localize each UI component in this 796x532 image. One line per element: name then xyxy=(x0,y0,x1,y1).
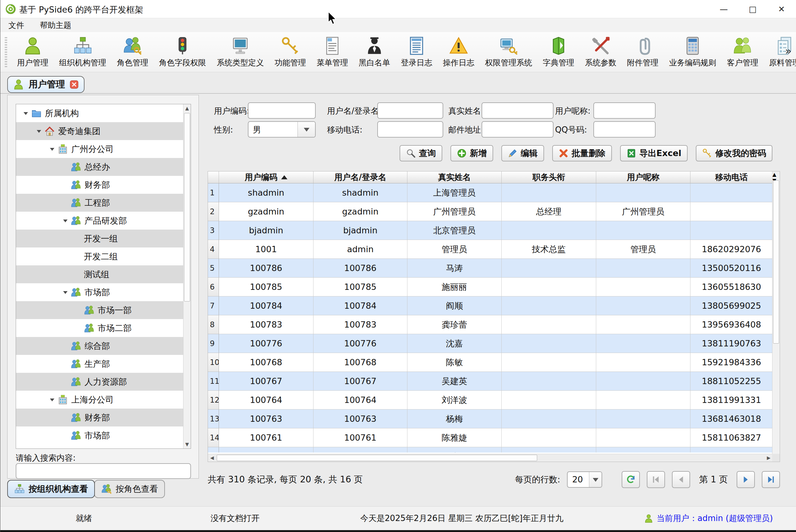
filter-input[interactable] xyxy=(481,121,553,137)
tree-item-市场一部[interactable]: 市场一部 xyxy=(16,301,183,319)
tree-item-测试组[interactable]: 测试组 xyxy=(16,265,183,283)
table-row[interactable]: 6100785100785施丽丽13605518630 xyxy=(208,278,773,297)
table-row[interactable]: 12100764100764刘洋波13811991331 xyxy=(208,391,773,410)
toolbar-button-customers[interactable]: 客户管理 xyxy=(722,34,763,70)
table-row[interactable]: 11100767100767吴建英18811052255 xyxy=(208,372,773,391)
table-row[interactable]: 10100768100768陈敏15921984336 xyxy=(208,353,773,372)
tree-item-市场二部[interactable]: 市场二部 xyxy=(16,319,183,337)
action-button-excel[interactable]: 导出Excel xyxy=(620,145,688,162)
filter-input[interactable] xyxy=(593,102,656,119)
toolbar-button-person-dark[interactable]: 黑白名单 xyxy=(354,34,395,70)
expand-arrow-icon[interactable] xyxy=(60,289,71,296)
table-row[interactable]: 2gzadmingzadmin广州管理员总经理广州管理员 xyxy=(208,202,773,221)
tree-item-总经办[interactable]: 总经办 xyxy=(16,158,183,176)
table-horizontal-scrollbar[interactable]: ◀ ▶ xyxy=(208,454,773,462)
tree-scrollbar-thumb[interactable] xyxy=(184,113,190,302)
table-row[interactable]: 41001admin管理员技术总监管理员18620292076 xyxy=(208,240,773,259)
action-button-delete-x[interactable]: 批量删除 xyxy=(552,145,612,162)
table-row[interactable]: 9100776100776沈嘉13811190763 xyxy=(208,334,773,353)
toolbar-button-menu-doc[interactable]: 菜单管理 xyxy=(312,34,353,70)
menu-file[interactable]: 文件 xyxy=(6,19,26,32)
scroll-right-icon[interactable]: ▶ xyxy=(764,454,773,462)
last-page-button[interactable] xyxy=(762,471,780,488)
view-tab-by-role[interactable]: 按角色查看 xyxy=(94,480,165,498)
tree-item-所属机构[interactable]: 所属机构 xyxy=(16,104,183,122)
table-scrollbar-thumb[interactable] xyxy=(773,180,779,344)
toolbar-button-warning[interactable]: 操作日志 xyxy=(438,34,479,70)
toolbar-overflow-chevron-icon[interactable]: » xyxy=(785,44,792,57)
toolbar-button-tools[interactable]: 系统参数 xyxy=(580,34,621,70)
gender-select[interactable]: 男 xyxy=(248,121,316,137)
tree-item-上海分公司[interactable]: 上海分公司 xyxy=(16,391,183,408)
table-hscrollbar-thumb[interactable] xyxy=(217,455,537,461)
next-page-button[interactable] xyxy=(737,471,755,488)
tree-item-财务部[interactable]: 财务部 xyxy=(16,408,183,426)
prev-page-button[interactable] xyxy=(672,471,690,488)
filter-input[interactable] xyxy=(593,121,656,137)
tree-item-市场部[interactable]: 市场部 xyxy=(16,283,183,301)
refresh-button[interactable] xyxy=(622,471,640,488)
toolbar-button-book-green[interactable]: 字典管理 xyxy=(538,34,579,70)
action-button-pencil[interactable]: 编辑 xyxy=(501,145,544,162)
table-row[interactable]: 5100786100786马涛13500520116 xyxy=(208,259,773,278)
tree-search-input[interactable] xyxy=(16,463,191,479)
tree-vertical-scrollbar[interactable]: ▲ ▼ xyxy=(183,104,191,449)
tab-user-management[interactable]: 用户管理 xyxy=(7,76,84,93)
tree-item-生产部[interactable]: 生产部 xyxy=(16,355,183,373)
first-page-button[interactable] xyxy=(647,471,665,488)
column-header-用户编码[interactable]: 用户编码 xyxy=(219,171,314,184)
toolbar-button-org-chart[interactable]: 组织机构管理 xyxy=(54,34,111,70)
maximize-button[interactable]: □ xyxy=(738,0,767,18)
toolbar-button-calculator[interactable]: 业务编码规则 xyxy=(664,34,721,70)
chevron-down-icon[interactable] xyxy=(298,122,315,137)
toolbar-button-role-key[interactable]: 角色管理 xyxy=(112,34,153,70)
toolbar-button-user-green[interactable]: 用户管理 xyxy=(12,34,53,70)
scroll-left-icon[interactable]: ◀ xyxy=(208,454,216,462)
tree-item-人力资源部[interactable]: 人力资源部 xyxy=(16,373,183,391)
rows-per-page-select[interactable]: 20 xyxy=(567,471,602,488)
tree-item-综合部[interactable]: 综合部 xyxy=(16,337,183,355)
scroll-down-icon[interactable]: ▼ xyxy=(184,440,191,449)
filter-input[interactable] xyxy=(377,121,443,137)
column-header-用户名/登录名[interactable]: 用户名/登录名 xyxy=(314,171,408,184)
scroll-up-icon[interactable]: ▲ xyxy=(184,104,191,112)
filter-input[interactable] xyxy=(377,102,443,119)
toolbar-button-paperclip[interactable]: 附件管理 xyxy=(622,34,663,70)
toolbar-button-log-doc[interactable]: 登录日志 xyxy=(396,34,437,70)
column-header-移动电话[interactable]: 移动电话 xyxy=(690,171,773,184)
table-row[interactable]: 1shadminshadmin上海管理员 xyxy=(208,184,773,202)
filter-input[interactable] xyxy=(248,102,316,119)
filter-input[interactable] xyxy=(481,102,553,119)
table-row[interactable]: 14100761100761陈雅婕15811063827 xyxy=(208,429,773,447)
expand-arrow-icon[interactable] xyxy=(47,146,57,152)
toolbar-button-monitor[interactable]: 系统类型定义 xyxy=(212,34,269,70)
column-header-用户呢称[interactable]: 用户呢称 xyxy=(596,171,690,184)
expand-arrow-icon[interactable] xyxy=(60,217,71,224)
tree-item-财务部[interactable]: 财务部 xyxy=(16,176,183,194)
action-button-plus[interactable]: 新增 xyxy=(451,145,493,162)
chevron-down-icon[interactable] xyxy=(589,472,602,487)
scroll-up-icon[interactable]: ▲ xyxy=(773,171,780,177)
table-row[interactable]: 15100759100759吴建芳13600998196 xyxy=(208,447,773,453)
tree-item-爱奇迪集团[interactable]: 爱奇迪集团 xyxy=(16,122,183,140)
tab-close-icon[interactable] xyxy=(70,80,79,89)
close-button[interactable]: ✕ xyxy=(767,0,796,18)
toolbar-button-keys[interactable]: 功能管理 xyxy=(270,34,311,70)
table-row[interactable]: 8100783100783龚珍蕾13956936408 xyxy=(208,315,773,334)
action-button-search[interactable]: 查询 xyxy=(400,145,442,162)
tree-item-市场部[interactable]: 市场部 xyxy=(16,426,183,444)
tree-item-开发二组[interactable]: 开发二组 xyxy=(16,247,183,265)
minimize-button[interactable]: — xyxy=(709,0,738,18)
toolbar-grip-handle[interactable] xyxy=(5,37,7,67)
table-vertical-scrollbar[interactable]: ▲ ▼ xyxy=(772,171,780,454)
expand-arrow-icon[interactable] xyxy=(47,397,57,403)
table-row[interactable]: 13100763100763杨梅13681463018 xyxy=(208,410,773,429)
expand-arrow-icon[interactable] xyxy=(20,110,31,116)
tree-item-工程部[interactable]: 工程部 xyxy=(16,194,183,212)
column-header-职务头衔[interactable]: 职务头衔 xyxy=(502,171,596,184)
tree-item-产品研发部[interactable]: 产品研发部 xyxy=(16,212,183,230)
tree-item-广州分公司[interactable]: 广州分公司 xyxy=(16,140,183,158)
column-header-真实姓名[interactable]: 真实姓名 xyxy=(408,171,502,184)
table-row[interactable]: 7100784100784阎顺13805699025 xyxy=(208,297,773,315)
expand-arrow-icon[interactable] xyxy=(34,128,44,134)
